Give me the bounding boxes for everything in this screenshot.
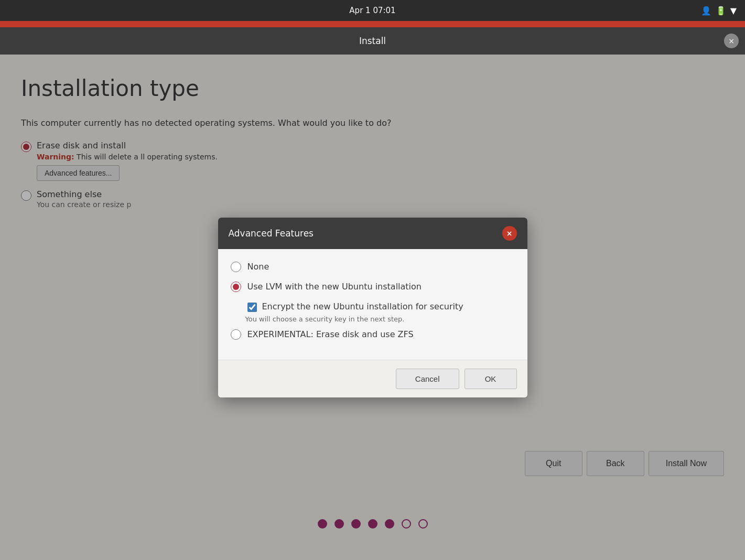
none-radio[interactable] (231, 262, 241, 272)
dialog-ok-button[interactable]: OK (465, 369, 517, 389)
modal-overlay: Advanced Features × None Use LVM with th… (0, 55, 745, 560)
menu-icon[interactable]: ▼ (730, 6, 737, 16)
network-icon: 👤 (701, 6, 711, 16)
window-close-button[interactable]: × (724, 34, 739, 48)
dialog-option-zfs: EXPERIMENTAL: Erase disk and use ZFS (231, 329, 515, 340)
zfs-radio[interactable] (231, 329, 241, 340)
encrypt-checkbox-row: Encrypt the new Ubuntu installation for … (247, 301, 515, 312)
dialog-option-lvm: Use LVM with the new Ubuntu installation (231, 282, 515, 292)
lvm-label: Use LVM with the new Ubuntu installation (247, 282, 422, 292)
system-bar: Apr 1 07:01 👤 🔋 ▼ (0, 0, 745, 21)
encrypt-checkbox[interactable] (247, 303, 257, 312)
title-bar: Install × (0, 27, 745, 55)
dialog-close-button[interactable]: × (502, 226, 517, 241)
dialog-titlebar: Advanced Features × (218, 218, 527, 249)
dialog-option-none: None (231, 262, 515, 272)
main-content: Installation type This computer currentl… (0, 55, 745, 560)
battery-icon: 🔋 (716, 6, 726, 16)
system-icons: 👤 🔋 ▼ (701, 6, 737, 16)
lvm-radio[interactable] (231, 282, 241, 292)
accent-bar (0, 21, 745, 27)
dialog-body: None Use LVM with the new Ubuntu install… (218, 249, 527, 360)
advanced-features-dialog: Advanced Features × None Use LVM with th… (218, 218, 527, 397)
zfs-label: EXPERIMENTAL: Erase disk and use ZFS (247, 329, 414, 339)
dialog-cancel-button[interactable]: Cancel (396, 369, 459, 389)
dialog-actions: Cancel OK (218, 360, 527, 397)
system-time: Apr 1 07:01 (349, 6, 395, 15)
none-label: None (247, 262, 269, 272)
encrypt-label: Encrypt the new Ubuntu installation for … (262, 301, 463, 311)
window-title: Install (359, 36, 386, 46)
encrypt-sub-text: You will choose a security key in the ne… (245, 315, 515, 323)
dialog-title: Advanced Features (229, 228, 314, 239)
